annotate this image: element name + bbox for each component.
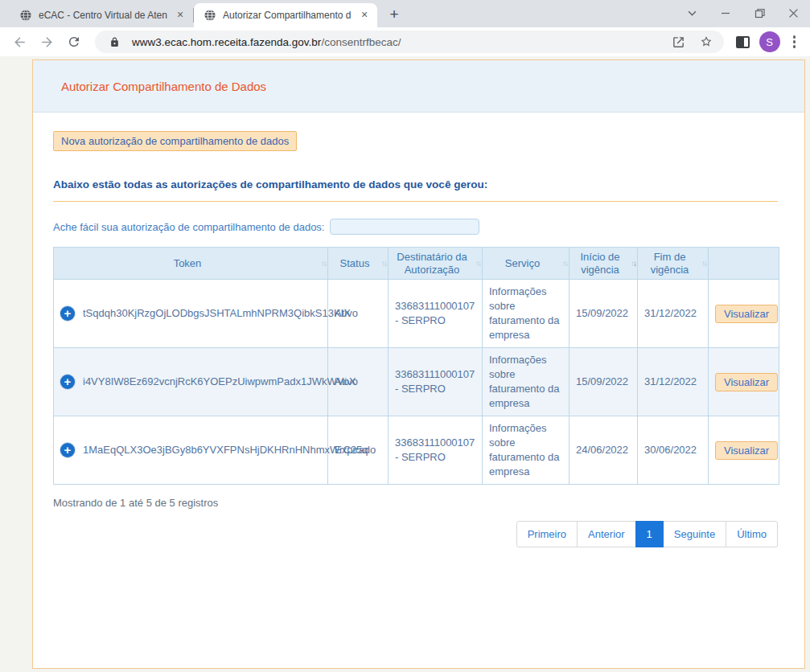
token-value: i4VY8IW8Ez692vcnjRcK6YOEPzUiwpwmPadx1JWk… bbox=[83, 375, 356, 389]
bookmark-star-icon[interactable] bbox=[697, 32, 716, 51]
column-header-fim[interactable]: Fim de vigência↑↓ bbox=[638, 248, 709, 280]
pagination-page-1[interactable]: 1 bbox=[635, 521, 664, 547]
share-icon[interactable] bbox=[669, 32, 689, 51]
inicio-value: 15/09/2022 bbox=[569, 348, 638, 416]
expand-row-icon[interactable]: + bbox=[60, 306, 75, 321]
url-path: /consentrfbecac/ bbox=[321, 36, 401, 48]
restore-icon[interactable] bbox=[742, 0, 776, 26]
page-title: Autorizar Compartilhamento de Dados bbox=[61, 80, 266, 93]
fim-value: 31/12/2022 bbox=[638, 348, 709, 416]
column-header-inicio[interactable]: Início de vigência↑↓ bbox=[569, 248, 638, 280]
table-row: +i4VY8IW8Ez692vcnjRcK6YOEPzUiwpwmPadx1JW… bbox=[54, 348, 779, 416]
tab-close-icon[interactable]: × bbox=[174, 9, 187, 22]
page-background: Autorizar Compartilhamento de Dados Nova… bbox=[0, 56, 810, 672]
visualizar-button[interactable]: Visualizar bbox=[715, 373, 778, 391]
status-value: Expirado bbox=[328, 416, 389, 485]
visualizar-button[interactable]: Visualizar bbox=[715, 305, 778, 323]
new-tab-button[interactable]: + bbox=[384, 4, 405, 25]
token-value: 1MaEqQLX3Oe3jBGy8b6YVXFPNsHjDKHRnHNhmxWr… bbox=[83, 443, 368, 457]
sort-icon[interactable]: ↑↓ bbox=[701, 257, 706, 270]
card-body: Nova autorização de compartilhamento de … bbox=[33, 113, 804, 547]
tab-title: eCAC - Centro Virtual de Atendim bbox=[39, 10, 167, 21]
column-header-token[interactable]: Token↑↓ bbox=[54, 248, 328, 280]
sort-icon[interactable]: ↑↓ bbox=[631, 257, 635, 270]
table-row: +tSqdqh30KjRzgOjLODbgsJSHTALmhNPRM3QibkS… bbox=[54, 280, 779, 348]
pagination: Primeiro Anterior 1 Seguinte Último bbox=[516, 521, 778, 547]
pagination-previous[interactable]: Anterior bbox=[577, 521, 636, 547]
content-card: Autorizar Compartilhamento de Dados Nova… bbox=[32, 59, 805, 669]
servico-value: Informações sobre faturamento da empresa bbox=[483, 416, 569, 485]
back-icon[interactable] bbox=[8, 31, 31, 53]
lock-icon[interactable] bbox=[105, 32, 124, 51]
servico-value: Informações sobre faturamento da empresa bbox=[483, 280, 569, 348]
reload-icon[interactable] bbox=[63, 31, 85, 53]
visualizar-button[interactable]: Visualizar bbox=[715, 441, 778, 460]
servico-value: Informações sobre faturamento da empresa bbox=[483, 348, 569, 416]
destinatario-value: 33683111000107 - SERPRO bbox=[389, 280, 483, 348]
minimize-icon[interactable] bbox=[709, 0, 742, 26]
browser-toolbar: www3.ecac.hom.receita.fazenda.gov.br/con… bbox=[0, 27, 810, 56]
column-header-servico[interactable]: Serviço↑↓ bbox=[483, 248, 569, 280]
globe-favicon bbox=[19, 9, 32, 22]
orange-divider bbox=[53, 201, 778, 202]
tab-strip: eCAC - Centro Virtual de Atendim × Autor… bbox=[0, 0, 810, 27]
forward-icon[interactable] bbox=[35, 31, 58, 53]
column-header-destinatario[interactable]: Destinatário da Autorização↑↓ bbox=[389, 248, 483, 280]
fim-value: 30/06/2022 bbox=[638, 416, 709, 485]
token-value: tSqdqh30KjRzgOjLODbgsJSHTALmhNPRM3QibkS1… bbox=[83, 306, 351, 321]
url-domain: www3.ecac.hom.receita.fazenda.gov.br bbox=[132, 36, 321, 48]
tab-title: Autorizar Compartilhamento de D bbox=[223, 10, 352, 21]
pagination-next[interactable]: Seguinte bbox=[663, 521, 726, 547]
window-controls bbox=[675, 0, 810, 26]
list-heading: Abaixo estão todas as autorizações de co… bbox=[53, 178, 778, 191]
page-header-band: Autorizar Compartilhamento de Dados bbox=[33, 60, 804, 113]
destinatario-value: 33683111000107 - SERPRO bbox=[389, 416, 483, 485]
inicio-value: 15/09/2022 bbox=[569, 280, 638, 348]
tab-search-chevron-icon[interactable] bbox=[675, 0, 709, 26]
status-value: Ativo bbox=[328, 348, 389, 416]
column-header-status[interactable]: Status↑↓ bbox=[328, 248, 389, 280]
records-count-text: Mostrando de 1 até 5 de 5 registros bbox=[53, 497, 778, 509]
address-bar[interactable]: www3.ecac.hom.receita.fazenda.gov.br/con… bbox=[95, 31, 724, 53]
expand-row-icon[interactable]: + bbox=[60, 375, 75, 389]
sort-icon[interactable]: ↑↓ bbox=[321, 257, 326, 270]
inicio-value: 24/06/2022 bbox=[569, 416, 638, 485]
side-panel-icon[interactable] bbox=[734, 32, 753, 51]
sort-icon[interactable]: ↑↓ bbox=[562, 257, 567, 270]
pagination-last[interactable]: Último bbox=[726, 521, 778, 547]
sort-icon[interactable]: ↑↓ bbox=[381, 257, 386, 270]
tab-autorizar[interactable]: Autorizar Compartilhamento de D × bbox=[194, 3, 377, 27]
url-text[interactable]: www3.ecac.hom.receita.fazenda.gov.br/con… bbox=[132, 36, 661, 48]
expand-row-icon[interactable]: + bbox=[60, 443, 75, 457]
search-input[interactable] bbox=[330, 219, 479, 235]
sort-icon[interactable]: ↑↓ bbox=[475, 257, 480, 270]
pagination-first[interactable]: Primeiro bbox=[516, 521, 578, 547]
browser-window: eCAC - Centro Virtual de Atendim × Autor… bbox=[0, 0, 810, 672]
globe-favicon bbox=[204, 9, 216, 22]
close-icon[interactable] bbox=[776, 0, 810, 26]
profile-avatar[interactable]: S bbox=[759, 31, 780, 52]
authorizations-table: Token↑↓ Status↑↓ Destinatário da Autoriz… bbox=[53, 247, 779, 485]
destinatario-value: 33683111000107 - SERPRO bbox=[389, 348, 483, 416]
browser-menu-icon[interactable] bbox=[787, 32, 803, 51]
status-value: Ativo bbox=[328, 280, 389, 348]
search-label: Ache fácil sua autorização de compartilh… bbox=[53, 221, 324, 233]
new-authorization-button[interactable]: Nova autorização de compartilhamento de … bbox=[53, 131, 297, 151]
tab-close-icon[interactable]: × bbox=[358, 9, 371, 22]
tab-ecac-home[interactable]: eCAC - Centro Virtual de Atendim × bbox=[10, 3, 193, 27]
fim-value: 31/12/2022 bbox=[638, 280, 709, 348]
table-row: +1MaEqQLX3Oe3jBGy8b6YVXFPNsHjDKHRnHNhmxW… bbox=[54, 416, 779, 485]
column-header-actions bbox=[709, 248, 779, 280]
table-header-row: Token↑↓ Status↑↓ Destinatário da Autoriz… bbox=[54, 248, 779, 280]
